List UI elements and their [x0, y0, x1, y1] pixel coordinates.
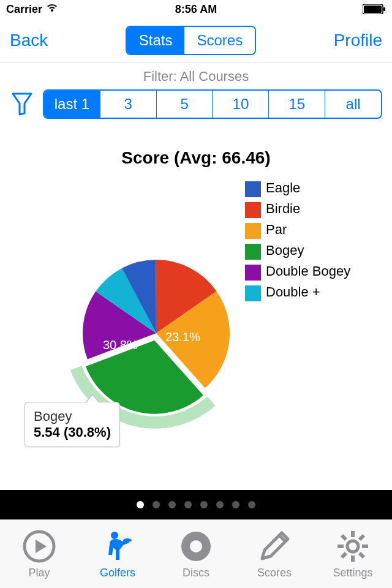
wifi-icon [46, 3, 58, 16]
legend-label: Eagle [266, 180, 300, 196]
carrier-label: Carrier [6, 3, 42, 16]
svg-line-13 [342, 535, 346, 540]
tab-stats[interactable]: Stats [127, 27, 185, 54]
svg-rect-1 [364, 6, 382, 13]
svg-line-16 [342, 553, 346, 557]
page-dot[interactable] [200, 501, 208, 508]
filter-3[interactable]: 3 [100, 91, 157, 118]
slice-label-bogey: 30.8% [103, 338, 138, 352]
nav-bar: Back Stats Scores Profile [0, 18, 392, 62]
page-dot[interactable] [168, 501, 176, 508]
page-indicator[interactable] [0, 490, 392, 519]
discs-icon [178, 529, 214, 564]
legend-label: Par [266, 222, 287, 238]
page-dot[interactable] [184, 501, 192, 508]
svg-point-4 [111, 532, 118, 539]
play-icon [21, 529, 57, 564]
swatch-icon [245, 244, 261, 260]
chart-title: Score (Avg: 66.46) [0, 148, 392, 168]
tab-label: Scores [257, 567, 292, 579]
page-dot[interactable] [232, 501, 239, 508]
filter-15[interactable]: 15 [269, 91, 325, 118]
legend-label: Birdie [266, 201, 300, 217]
tab-label: Golfers [100, 567, 135, 579]
legend-item[interactable]: Par [245, 222, 368, 239]
swatch-icon [245, 265, 261, 281]
tooltip-title: Bogey [34, 409, 111, 424]
filter-block: Filter: All Courses last 1 3 5 10 15 all [0, 62, 392, 125]
tab-label: Play [28, 567, 50, 579]
tab-play[interactable]: Play [6, 529, 73, 579]
tab-bar: Play Golfers Discs Scores Settings [0, 519, 392, 588]
tooltip-bogey: Bogey 5.54 (30.8%) [24, 402, 120, 447]
tab-scores-bottom[interactable]: Scores [241, 529, 308, 579]
svg-line-14 [360, 553, 364, 557]
back-button[interactable]: Back [10, 31, 48, 50]
legend-item[interactable]: Double Bogey [245, 263, 368, 281]
filter-5[interactable]: 5 [157, 91, 213, 118]
tab-label: Settings [333, 567, 372, 579]
page-dot[interactable] [216, 501, 224, 508]
segmented-stats-scores: Stats Scores [126, 26, 256, 55]
legend-item[interactable]: Double + [245, 284, 368, 301]
battery-icon [363, 4, 386, 14]
legend-item[interactable]: Birdie [245, 201, 368, 218]
legend-label: Double + [266, 284, 320, 300]
legend-label: Bogey [266, 243, 304, 258]
filter-range-segment: last 1 3 5 10 15 all [43, 89, 382, 119]
legend-label: Double Bogey [266, 263, 350, 279]
svg-rect-2 [383, 7, 385, 11]
status-bar: Carrier 8:56 AM [0, 0, 392, 18]
svg-point-8 [347, 541, 358, 552]
swatch-icon [245, 202, 261, 218]
status-left: Carrier [6, 3, 58, 16]
svg-line-15 [360, 535, 364, 540]
filter-row: last 1 3 5 10 15 all [10, 89, 382, 119]
legend: EagleBirdieParBogeyDouble BogeyDouble + [245, 180, 368, 305]
tab-golfers[interactable]: Golfers [84, 529, 151, 579]
filter-last-1[interactable]: last 1 [44, 91, 100, 118]
filter-label: Filter: All Courses [10, 69, 382, 85]
swatch-icon [245, 181, 261, 197]
legend-item[interactable]: Eagle [245, 180, 368, 197]
filter-all[interactable]: all [325, 91, 381, 118]
svg-point-5 [123, 538, 132, 542]
tab-discs[interactable]: Discs [162, 529, 230, 579]
pencil-icon [257, 529, 292, 564]
pie-chart[interactable]: 23.1% 30.8% [70, 247, 242, 419]
status-time: 8:56 AM [175, 3, 217, 16]
legend-item[interactable]: Bogey [245, 243, 368, 260]
tooltip-value: 5.54 (30.8%) [34, 424, 111, 440]
gear-icon [335, 529, 371, 564]
profile-button[interactable]: Profile [334, 31, 382, 50]
chart-area: EagleBirdieParBogeyDouble BogeyDouble + … [0, 180, 392, 443]
page-dot[interactable] [153, 501, 160, 508]
golfers-icon [100, 529, 135, 564]
swatch-icon [245, 285, 261, 301]
filter-icon[interactable] [10, 92, 34, 116]
page-dot[interactable] [248, 501, 255, 508]
tab-settings[interactable]: Settings [319, 529, 386, 579]
tab-label: Discs [183, 567, 209, 579]
filter-10[interactable]: 10 [213, 91, 269, 118]
slice-label-par: 23.1% [165, 330, 200, 344]
svg-point-7 [190, 540, 202, 552]
page-dot[interactable] [137, 501, 144, 508]
swatch-icon [245, 223, 261, 239]
tab-scores[interactable]: Scores [184, 27, 255, 54]
